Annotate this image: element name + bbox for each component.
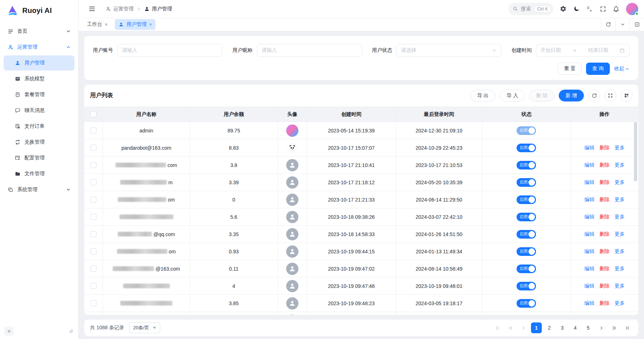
delete-link[interactable]: 删除	[599, 162, 609, 168]
edit-link[interactable]: 编辑	[584, 283, 594, 289]
row-checkbox[interactable]	[90, 162, 96, 168]
more-link[interactable]: 更多	[614, 266, 625, 272]
sidebar-item-config-management[interactable]: 配置管理	[4, 150, 75, 166]
delete-link[interactable]: 删除	[599, 196, 609, 203]
status-toggle[interactable]: 启用	[517, 144, 536, 152]
row-checkbox[interactable]	[90, 127, 96, 134]
edit-link[interactable]: 编辑	[584, 248, 594, 255]
sidebar-item-home[interactable]: 首页	[4, 24, 75, 39]
created-date-range[interactable]: 开始日期结束日期	[536, 44, 630, 57]
hamburger-menu-button[interactable]	[89, 5, 95, 12]
global-search[interactable]: 搜索 Ctrl K	[508, 3, 553, 15]
delete-link[interactable]: 删除	[599, 145, 609, 151]
refresh-table-button[interactable]	[588, 90, 600, 101]
delete-link[interactable]: 删除	[599, 214, 609, 220]
page-size-select[interactable]: 20条/页	[129, 322, 160, 333]
sidebar-item-chat-messages[interactable]: 聊天消息	[4, 103, 75, 118]
edit-link[interactable]: 编辑	[584, 300, 594, 307]
sidebar-item-operations[interactable]: 运营管理	[4, 40, 75, 55]
account-input[interactable]: 请输入	[117, 44, 222, 57]
edit-link[interactable]: 编辑	[584, 196, 594, 203]
sidebar-item-user-management[interactable]: 用户管理	[4, 55, 75, 71]
status-toggle[interactable]: 启用	[517, 178, 536, 187]
add-button[interactable]: 新 增	[559, 90, 584, 101]
more-link[interactable]: 更多	[614, 179, 625, 186]
refresh-page-button[interactable]	[601, 18, 615, 31]
import-button[interactable]: 导 入	[500, 90, 525, 101]
more-link[interactable]: 更多	[614, 283, 625, 289]
more-link[interactable]: 更多	[614, 162, 625, 168]
status-toggle[interactable]: 启用	[517, 230, 536, 239]
status-toggle[interactable]: 启用	[517, 265, 536, 273]
more-link[interactable]: 更多	[614, 145, 625, 151]
pagination-page-5[interactable]: 5	[583, 322, 594, 333]
delete-link[interactable]: 删除	[599, 266, 609, 272]
export-button[interactable]: 导 出	[470, 90, 495, 101]
tab-user-management[interactable]: 用户管理×	[115, 19, 156, 30]
edit-link[interactable]: 编辑	[584, 145, 594, 151]
table-scrollbar[interactable]	[634, 122, 637, 313]
row-checkbox[interactable]	[90, 231, 96, 237]
tab-close-icon[interactable]: ×	[105, 22, 108, 27]
delete-link[interactable]: 删除	[599, 300, 609, 307]
tab-options-button[interactable]	[615, 18, 630, 31]
more-link[interactable]: 更多	[614, 248, 625, 255]
pagination-prev-button[interactable]	[518, 322, 529, 333]
tab-workbench[interactable]: 工作台×	[84, 19, 111, 30]
more-link[interactable]: 更多	[614, 231, 625, 238]
delete-link[interactable]: 删除	[599, 231, 609, 238]
pagination-next-button[interactable]	[596, 322, 607, 333]
status-toggle[interactable]: 启用	[517, 213, 536, 221]
delete-link[interactable]: 删除	[599, 179, 609, 186]
edit-link[interactable]: 编辑	[584, 214, 594, 220]
collapse-filter-link[interactable]: 收起	[614, 65, 630, 72]
delete-link[interactable]: 删除	[599, 283, 609, 289]
sidebar-pin-button[interactable]	[68, 329, 74, 334]
edit-link[interactable]: 编辑	[584, 162, 594, 168]
delete-button[interactable]: 删 除	[529, 90, 554, 101]
row-checkbox[interactable]	[90, 179, 96, 185]
edit-link[interactable]: 编辑	[584, 179, 594, 186]
row-checkbox[interactable]	[90, 248, 96, 254]
pagination-prev10-button[interactable]	[505, 322, 516, 333]
breadcrumb-item-operations[interactable]: 运营管理	[105, 6, 134, 12]
row-checkbox[interactable]	[90, 283, 96, 289]
status-toggle[interactable]: 启用	[517, 282, 536, 290]
pagination-page-3[interactable]: 3	[557, 322, 568, 333]
search-button[interactable]: 查 询	[586, 63, 610, 75]
fullscreen-button[interactable]	[600, 6, 606, 12]
status-select[interactable]: 请选择	[396, 44, 501, 57]
status-toggle[interactable]: 启用	[517, 195, 536, 204]
more-link[interactable]: 更多	[614, 214, 625, 220]
sidebar-item-redeem-management[interactable]: 兑换管理	[4, 135, 75, 150]
reset-button[interactable]: 重 置	[558, 63, 582, 75]
row-checkbox[interactable]	[90, 300, 96, 306]
pagination-page-4[interactable]: 4	[570, 322, 581, 333]
sidebar-item-system-model[interactable]: 系统模型	[4, 71, 75, 86]
sidebar-item-system-management[interactable]: 系统管理	[4, 182, 75, 197]
pagination-page-2[interactable]: 2	[544, 322, 555, 333]
notifications-button[interactable]	[613, 5, 620, 12]
tab-close-icon[interactable]: ×	[149, 22, 152, 27]
pagination-page-1[interactable]: 1	[531, 322, 542, 333]
status-toggle[interactable]: 启用	[517, 299, 536, 308]
sidebar-item-file-management[interactable]: 文件管理	[4, 166, 75, 181]
content-fullscreen-button[interactable]	[630, 18, 644, 31]
status-toggle[interactable]: 启用	[517, 126, 536, 135]
dark-mode-button[interactable]	[573, 5, 580, 12]
more-link[interactable]: 更多	[614, 196, 625, 203]
breadcrumb-item-user-management[interactable]: 用户管理	[144, 6, 172, 12]
language-button[interactable]: 文A	[586, 5, 593, 12]
sidebar-item-package-management[interactable]: 套餐管理	[4, 87, 75, 102]
more-link[interactable]: 更多	[614, 300, 625, 307]
pagination-last-button[interactable]	[622, 322, 632, 333]
nickname-input[interactable]: 请输入	[257, 44, 362, 57]
table-fullscreen-button[interactable]	[604, 90, 616, 101]
user-avatar[interactable]	[626, 3, 638, 15]
sidebar-collapse-button[interactable]	[4, 326, 14, 336]
select-all-checkbox[interactable]	[90, 111, 96, 117]
row-checkbox[interactable]	[90, 196, 96, 203]
row-checkbox[interactable]	[90, 266, 96, 272]
column-settings-button[interactable]	[621, 90, 632, 101]
settings-button[interactable]	[560, 5, 567, 12]
